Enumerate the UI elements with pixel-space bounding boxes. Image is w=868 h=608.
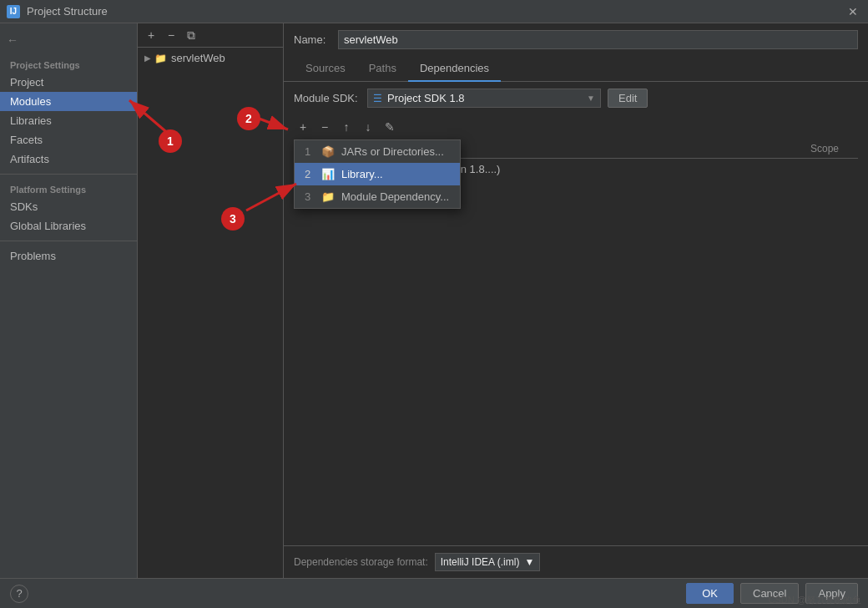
deps-edit-button[interactable]: ✎	[381, 118, 399, 136]
tree-panel: + − ⧉ ▶ 📁 servletWeb	[138, 23, 284, 578]
deps-remove-button[interactable]: −	[315, 118, 334, 136]
storage-arrow-icon: ▼	[524, 556, 534, 568]
dropdown-item-num-1: 1	[305, 145, 315, 158]
tree-copy-button[interactable]: ⧉	[183, 27, 199, 43]
dropdown-item-library-label: Library...	[341, 168, 383, 180]
project-settings-label: Project Settings	[0, 55, 137, 73]
dropdown-item-library[interactable]: 2 📊 Library...	[295, 163, 460, 185]
app-icon: IJ	[7, 5, 20, 18]
dropdown-item-num-2: 2	[305, 168, 315, 180]
sdk-select[interactable]: ☰ Project SDK 1.8 ▼	[367, 89, 601, 108]
tree-add-button[interactable]: +	[143, 27, 159, 43]
sdk-value: Project SDK 1.8	[387, 92, 465, 104]
sidebar-item-global-libraries[interactable]: Global Libraries	[0, 216, 137, 236]
ok-button[interactable]: OK	[686, 583, 734, 604]
tree-item-label: servletWeb	[171, 52, 225, 64]
content-panel: Name: Sources Paths Dependencies Module …	[284, 23, 868, 578]
title-bar: IJ Project Structure ✕	[0, 0, 868, 23]
sidebar-divider-1	[0, 174, 137, 175]
tree-toolbar: + − ⧉	[138, 23, 283, 48]
tabs-row: Sources Paths Dependencies	[284, 56, 868, 82]
dropdown-item-jars-label: JARs or Directories...	[341, 145, 444, 158]
watermark: CSDN @努力奔跑的鱼	[769, 594, 861, 606]
name-row: Name:	[284, 23, 868, 56]
sidebar: ← Project Settings Project Modules Libra…	[0, 23, 138, 578]
help-button[interactable]: ?	[10, 585, 28, 603]
tab-paths[interactable]: Paths	[357, 56, 408, 82]
sidebar-item-artifacts[interactable]: Artifacts	[0, 149, 137, 169]
tree-item-servletweb[interactable]: ▶ 📁 servletWeb	[138, 48, 283, 68]
main-container: ← Project Settings Project Modules Libra…	[0, 23, 868, 578]
deps-down-button[interactable]: ↓	[359, 118, 377, 136]
name-label: Name:	[294, 33, 331, 46]
storage-label: Dependencies storage format:	[294, 556, 428, 568]
sdk-row: Module SDK: ☰ Project SDK 1.8 ▼ Edit	[284, 82, 868, 114]
library-icon: 📊	[321, 168, 335, 180]
sidebar-item-facets[interactable]: Facets	[0, 130, 137, 149]
tree-folder-icon: 📁	[154, 53, 167, 64]
sdk-dropdown-arrow-icon: ▼	[587, 94, 595, 103]
deps-scope-col-header: Scope	[791, 143, 858, 155]
bottom-bar: ? OK Cancel Apply	[0, 578, 868, 608]
sidebar-item-problems[interactable]: Problems	[0, 246, 137, 266]
close-button[interactable]: ✕	[845, 3, 861, 20]
window-title: Project Structure	[27, 5, 845, 18]
storage-value: IntelliJ IDEA (.iml)	[441, 556, 520, 568]
sdk-label: Module SDK:	[294, 92, 361, 104]
edit-button[interactable]: Edit	[608, 89, 648, 108]
tab-sources[interactable]: Sources	[294, 56, 357, 82]
name-input[interactable]	[338, 30, 858, 49]
sdk-icon: ☰	[373, 93, 382, 104]
deps-up-button[interactable]: ↑	[337, 118, 356, 136]
tree-remove-button[interactable]: −	[163, 27, 179, 43]
add-dropdown-menu: 1 📦 JARs or Directories... 2 📊 Library..…	[294, 139, 461, 209]
dropdown-item-num-3: 3	[305, 190, 315, 203]
sidebar-item-libraries[interactable]: Libraries	[0, 111, 137, 130]
back-arrow[interactable]: ←	[7, 33, 18, 47]
tree-chevron-icon: ▶	[144, 53, 151, 63]
jars-icon: 📦	[321, 145, 335, 158]
storage-select[interactable]: IntelliJ IDEA (.iml) ▼	[435, 553, 541, 571]
sidebar-item-modules[interactable]: Modules	[0, 92, 137, 111]
sidebar-item-project[interactable]: Project	[0, 73, 137, 92]
tab-dependencies[interactable]: Dependencies	[408, 56, 501, 82]
dropdown-item-module-dep-label: Module Dependency...	[341, 190, 449, 203]
deps-toolbar: + − ↑ ↓ ✎ 1 📦 JARs or Directories... 2 📊…	[284, 114, 868, 139]
sidebar-divider-2	[0, 241, 137, 241]
deps-add-button[interactable]: +	[294, 118, 312, 136]
module-dep-icon: 📁	[321, 190, 335, 203]
platform-settings-label: Platform Settings	[0, 180, 137, 197]
sidebar-item-sdks[interactable]: SDKs	[0, 197, 137, 216]
storage-row: Dependencies storage format: IntelliJ ID…	[284, 545, 868, 578]
dropdown-item-module-dep[interactable]: 3 📁 Module Dependency...	[295, 185, 460, 208]
dropdown-item-jars[interactable]: 1 📦 JARs or Directories...	[295, 140, 460, 163]
sidebar-nav-top: ←	[0, 30, 137, 50]
